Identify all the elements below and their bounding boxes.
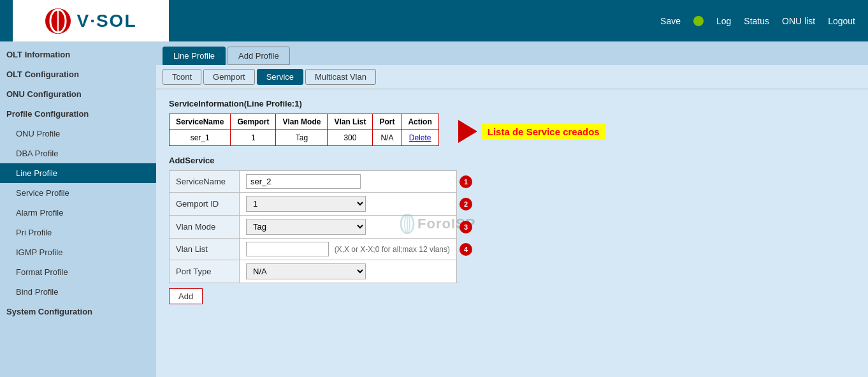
col-header-vlan-list: Vlan List: [328, 114, 373, 130]
sidebar-item-format-profile[interactable]: Format Profile: [0, 262, 156, 282]
form-row-gemport-id: Gemport ID 1 2 3 2: [170, 193, 457, 216]
sidebar-item-igmp-profile[interactable]: IGMP Profile: [0, 242, 156, 262]
onu-list-link[interactable]: ONU list: [782, 16, 815, 26]
sidebar-item-bind-profile[interactable]: Bind Profile: [0, 282, 156, 302]
value-service-name: 1: [240, 171, 457, 193]
badge-4: 4: [459, 243, 472, 256]
cell-vlan-list: 300: [328, 130, 373, 146]
add-service-form: ServiceName 1 Gemport ID 1 2: [169, 170, 457, 283]
service-info-title: ServiceInformation(Line Profile:1): [169, 99, 855, 108]
sidebar-item-alarm-profile[interactable]: Alarm Profile: [0, 203, 156, 223]
col-header-vlan-mode: Vlan Mode: [276, 114, 328, 130]
select-port-type[interactable]: N/A ETH POTS: [246, 263, 366, 279]
layout: OLT Information OLT Configuration ONU Co…: [0, 41, 868, 377]
form-row-vlan-mode: Vlan Mode Tag Transparent Translate 3: [170, 216, 457, 239]
label-service-name: ServiceName: [170, 171, 240, 193]
save-button[interactable]: Save: [660, 16, 681, 26]
logo-text: V·SOL: [76, 11, 136, 31]
badge-3: 3: [459, 221, 472, 233]
col-header-port: Port: [373, 114, 401, 130]
label-port-type: Port Type: [170, 260, 240, 283]
sidebar-item-dba-profile[interactable]: DBA Profile: [0, 144, 156, 163]
sidebar: OLT Information OLT Configuration ONU Co…: [0, 41, 156, 377]
header-right: Save Log Status ONU list Logout: [660, 16, 855, 26]
cell-gemport: 1: [231, 130, 276, 146]
sidebar-item-system-config[interactable]: System Configuration: [0, 302, 156, 322]
form-row-service-name: ServiceName 1: [170, 171, 457, 193]
sidebar-item-onu-config[interactable]: ONU Configuration: [0, 84, 156, 104]
sidebar-item-line-profile[interactable]: Line Profile: [0, 163, 156, 183]
cell-action: Delete: [401, 130, 438, 146]
tab-add-profile[interactable]: Add Profile: [228, 47, 290, 65]
value-vlan-mode: Tag Transparent Translate 3: [240, 216, 457, 239]
sidebar-item-service-profile[interactable]: Service Profile: [0, 183, 156, 203]
label-vlan-list: Vlan List: [170, 239, 240, 260]
status-indicator: [693, 16, 704, 26]
form-row-vlan-list: Vlan List (X,X or X-X;0 for all;max 12 v…: [170, 239, 457, 260]
select-vlan-mode[interactable]: Tag Transparent Translate: [246, 219, 366, 235]
col-header-service-name: ServiceName: [170, 114, 231, 130]
sidebar-item-pri-profile[interactable]: Pri Profile: [0, 223, 156, 242]
tab-line-profile[interactable]: Line Profile: [163, 47, 226, 65]
col-header-gemport: Gemport: [231, 114, 276, 130]
status-link[interactable]: Status: [744, 16, 769, 26]
vsol-logo-icon: [45, 8, 71, 34]
service-table: ServiceName Gemport Vlan Mode Vlan List …: [169, 114, 439, 146]
value-port-type: N/A ETH POTS: [240, 260, 457, 283]
sidebar-item-olt-info[interactable]: OLT Information: [0, 45, 156, 64]
sub-tab-bar: Tcont Gemport Service Multicast Vlan: [156, 65, 868, 89]
annotation-text: Lista de Service creados: [481, 124, 606, 140]
value-gemport-id: 1 2 3 2: [240, 193, 457, 216]
sidebar-item-olt-config[interactable]: OLT Configuration: [0, 64, 156, 84]
logo-area: V·SOL: [13, 0, 169, 41]
sidebar-item-profile-config[interactable]: Profile Configuration: [0, 104, 156, 124]
cell-port: N/A: [373, 130, 401, 146]
table-row: ser_1 1 Tag 300 N/A Delete: [170, 130, 439, 146]
annotation-area: Lista de Service creados: [458, 120, 606, 143]
delete-button[interactable]: Delete: [409, 133, 431, 142]
tab-tcont[interactable]: Tcont: [163, 69, 201, 85]
badge-1: 1: [459, 175, 472, 188]
sidebar-item-onu-profile[interactable]: ONU Profile: [0, 124, 156, 144]
header: V·SOL Save Log Status ONU list Logout: [0, 0, 868, 41]
log-link[interactable]: Log: [716, 16, 731, 26]
vlan-list-hint: (X,X or X-X;0 for all;max 12 vlans): [331, 245, 450, 254]
form-row-port-type: Port Type N/A ETH POTS: [170, 260, 457, 283]
value-vlan-list: (X,X or X-X;0 for all;max 12 vlans) 4: [240, 239, 457, 260]
cell-vlan-mode: Tag: [276, 130, 328, 146]
add-button[interactable]: Add: [169, 288, 203, 304]
add-service-title: AddService: [169, 156, 855, 165]
input-vlan-list[interactable]: [246, 242, 329, 256]
tab-multicast-vlan[interactable]: Multicast Vlan: [305, 69, 376, 85]
logout-link[interactable]: Logout: [828, 16, 855, 26]
input-service-name[interactable]: [246, 174, 361, 189]
main-tab-bar: Line Profile Add Profile: [156, 41, 868, 65]
main-content: Line Profile Add Profile Tcont Gemport S…: [156, 41, 868, 377]
col-header-action: Action: [401, 114, 438, 130]
label-vlan-mode: Vlan Mode: [170, 216, 240, 239]
tab-gemport[interactable]: Gemport: [203, 69, 255, 85]
label-gemport-id: Gemport ID: [170, 193, 240, 216]
arrow-icon: [458, 120, 477, 143]
content-area: ServiceInformation(Line Profile:1) Servi…: [156, 89, 868, 314]
tab-service[interactable]: Service: [257, 69, 303, 85]
badge-2: 2: [459, 198, 472, 211]
cell-service-name: ser_1: [170, 130, 231, 146]
select-gemport-id[interactable]: 1 2 3: [246, 196, 366, 212]
